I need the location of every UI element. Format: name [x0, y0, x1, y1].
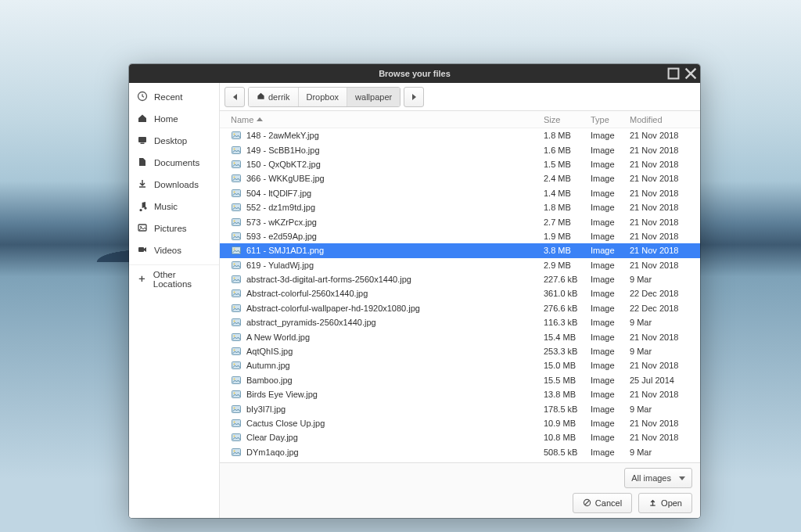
- svg-rect-35: [232, 333, 241, 340]
- file-size: 253.3 kB: [544, 347, 577, 356]
- file-modified: 21 Nov 2018: [630, 217, 678, 227]
- file-type: Image: [591, 448, 615, 457]
- file-name: 593 - e2d59Ap.jpg: [246, 232, 317, 241]
- sidebar-item-recent[interactable]: Recent: [129, 86, 219, 108]
- file-row[interactable]: 150 - QxQbKT2.jpg 1.5 MB Image 21 Nov 20…: [220, 157, 700, 171]
- col-header-name[interactable]: Name: [231, 115, 544, 124]
- svg-point-18: [234, 206, 235, 207]
- file-row[interactable]: DYm1aqo.jpg 508.5 kB Image 9 Mar: [220, 445, 700, 459]
- sidebar-item-music[interactable]: Music: [129, 196, 219, 217]
- file-row[interactable]: abstract_pyramids-2560x1440.jpg 116.3 kB…: [220, 315, 700, 329]
- file-row[interactable]: Abstract-colorful-wallpaper-hd-1920x1080…: [220, 301, 700, 315]
- svg-rect-13: [232, 175, 241, 182]
- sidebar-item-documents[interactable]: Documents: [129, 152, 219, 174]
- file-size: 10.8 MB: [544, 433, 576, 442]
- sidebar-item-desktop[interactable]: Desktop: [129, 130, 219, 152]
- main-pane: derrik Dropbox wallpaper Name Size: [220, 83, 700, 518]
- file-row[interactable]: 619 - YuladWj.jpg 2.9 MB Image 21 Nov 20…: [220, 258, 700, 272]
- file-row[interactable]: 593 - e2d59Ap.jpg 1.9 MB Image 21 Nov 20…: [220, 229, 700, 243]
- file-row[interactable]: Abstract-colorful-2560x1440.jpg 361.0 kB…: [220, 286, 700, 300]
- file-size: 1.9 MB: [544, 232, 571, 241]
- open-button[interactable]: Open: [638, 493, 692, 513]
- svg-point-26: [234, 263, 235, 264]
- file-name: abstract_pyramids-2560x1440.jpg: [246, 318, 376, 327]
- chevron-down-icon: [679, 476, 685, 480]
- sidebar-item-videos[interactable]: Videos: [129, 239, 219, 261]
- file-size: 13.8 MB: [544, 390, 576, 399]
- file-row[interactable]: 504 - ltQDlF7.jpg 1.4 MB Image 21 Nov 20…: [220, 186, 700, 200]
- file-row[interactable]: Autumn.jpg 15.0 MB Image 21 Nov 2018: [220, 358, 700, 372]
- file-modified: 21 Nov 2018: [630, 261, 678, 270]
- file-type: Image: [591, 332, 615, 342]
- image-file-icon: [231, 188, 242, 199]
- col-header-size[interactable]: Size: [544, 115, 591, 124]
- nav-back-button[interactable]: [224, 87, 245, 107]
- svg-rect-21: [232, 232, 241, 239]
- svg-rect-23: [232, 247, 241, 254]
- sidebar-item-label: Recent: [154, 92, 182, 102]
- file-row[interactable]: 366 - WKKgUBE.jpg 2.4 MB Image 21 Nov 20…: [220, 171, 700, 185]
- breadcrumb-home-segment[interactable]: derrik: [249, 88, 299, 106]
- file-modified: 21 Nov 2018: [630, 203, 678, 212]
- file-row[interactable]: Birds Eye View.jpg 13.8 MB Image 21 Nov …: [220, 387, 700, 401]
- file-modified: 9 Mar: [630, 404, 652, 414]
- nav-forward-button[interactable]: [404, 87, 424, 107]
- sidebar-item-pictures[interactable]: Pictures: [129, 217, 219, 239]
- svg-rect-47: [232, 420, 241, 427]
- file-row[interactable]: A New World.jpg 15.4 MB Image 21 Nov 201…: [220, 329, 700, 343]
- image-file-icon: [231, 159, 242, 170]
- chevron-right-icon: [412, 94, 416, 100]
- svg-rect-41: [232, 376, 241, 383]
- svg-rect-0: [669, 69, 679, 79]
- sidebar-item-label: Desktop: [154, 136, 187, 146]
- file-row[interactable]: 611 - SMJ1AD1.png 3.8 MB Image 21 Nov 20…: [220, 243, 700, 257]
- sidebar-item-downloads[interactable]: Downloads: [129, 174, 219, 196]
- image-file-icon: [231, 231, 242, 242]
- file-row[interactable]: AqtQhIS.jpg 253.3 kB Image 9 Mar: [220, 344, 700, 358]
- close-icon[interactable]: [684, 67, 697, 80]
- file-modified: 21 Nov 2018: [630, 146, 678, 155]
- maximize-icon[interactable]: [667, 67, 680, 80]
- file-row[interactable]: Cactus Close Up.jpg 10.9 MB Image 21 Nov…: [220, 416, 700, 430]
- svg-rect-45: [232, 405, 241, 412]
- file-type: Image: [591, 160, 615, 169]
- image-file-icon: [231, 332, 242, 343]
- file-size: 361.0 kB: [544, 289, 577, 298]
- image-file-icon: [231, 317, 242, 328]
- file-list[interactable]: 148 - 2awMekY.jpg 1.8 MB Image 21 Nov 20…: [220, 128, 700, 462]
- image-file-icon: [231, 303, 242, 314]
- image-file-icon: [231, 202, 242, 213]
- cancel-button[interactable]: Cancel: [573, 493, 632, 513]
- open-icon: [648, 498, 657, 509]
- image-file-icon: [231, 145, 242, 156]
- svg-point-30: [234, 292, 235, 293]
- chevron-left-icon: [233, 94, 237, 100]
- documents-icon: [137, 156, 148, 169]
- filter-select[interactable]: All images: [624, 468, 692, 488]
- file-row[interactable]: bIy3I7l.jpg 178.5 kB Image 9 Mar: [220, 401, 700, 415]
- toolbar: derrik Dropbox wallpaper: [220, 83, 700, 111]
- col-header-modified[interactable]: Modified: [630, 115, 695, 124]
- file-name: Birds Eye View.jpg: [246, 390, 318, 399]
- file-modified: 9 Mar: [630, 448, 652, 457]
- file-name: 573 - wKZrPcx.jpg: [246, 217, 317, 227]
- col-header-type[interactable]: Type: [591, 115, 630, 124]
- file-row[interactable]: Bamboo.jpg 15.5 MB Image 25 Jul 2014: [220, 373, 700, 387]
- sidebar-item-home[interactable]: Home: [129, 108, 219, 130]
- file-row[interactable]: 149 - ScBB1Ho.jpg 1.6 MB Image 21 Nov 20…: [220, 142, 700, 156]
- file-modified: 21 Nov 2018: [630, 174, 678, 183]
- file-size: 508.5 kB: [544, 448, 577, 457]
- file-row[interactable]: 148 - 2awMekY.jpg 1.8 MB Image 21 Nov 20…: [220, 128, 700, 142]
- image-file-icon: [231, 260, 242, 271]
- home-icon: [257, 92, 265, 102]
- sidebar-other-locations[interactable]: Other Locations: [129, 268, 219, 290]
- breadcrumb-segment[interactable]: Dropbox: [299, 88, 348, 106]
- breadcrumb-segment-current[interactable]: wallpaper: [347, 88, 400, 106]
- image-file-icon: [231, 346, 242, 357]
- file-row[interactable]: 573 - wKZrPcx.jpg 2.7 MB Image 21 Nov 20…: [220, 214, 700, 228]
- svg-rect-3: [141, 143, 145, 145]
- file-row[interactable]: Clear Day.jpg 10.8 MB Image 21 Nov 2018: [220, 430, 700, 444]
- file-row[interactable]: 552 - dz1m9td.jpg 1.8 MB Image 21 Nov 20…: [220, 200, 700, 214]
- file-row[interactable]: abstract-3d-digital-art-forms-2560x1440.…: [220, 272, 700, 286]
- file-size: 227.6 kB: [544, 275, 577, 284]
